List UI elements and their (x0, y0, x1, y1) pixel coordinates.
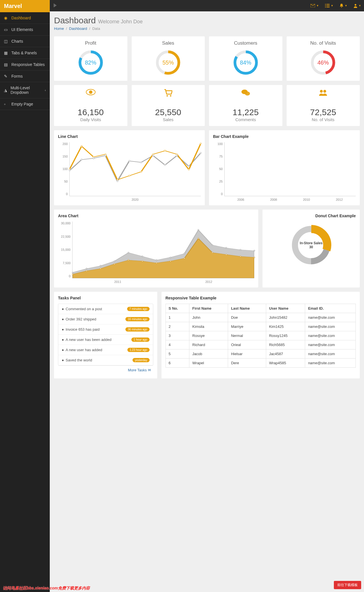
table-row: 5JacobHielsarJac4587name@site.com (166, 349, 355, 359)
gauge-profit: Profit82% (54, 36, 127, 81)
kpi-daily-visits: 16,150Daily Visits (54, 85, 127, 126)
line-chart: 200150100500 2020 (58, 142, 201, 201)
data-table: S No.First NameLast NameUser NameEmail I… (166, 304, 356, 368)
task-text: Order 392 shipped (66, 317, 96, 321)
table-row: 1JohnDoeJohn15482name@site.com (166, 313, 355, 322)
svg-point-14 (245, 92, 250, 96)
task-item[interactable]: ● Saved the worldyesterday (58, 355, 153, 365)
table-row: 6WrapelDereWrap4585name@site.com (166, 359, 355, 368)
table-row: 4RichardOriealRich5685name@site.com (166, 340, 355, 349)
globe-icon: ● (62, 358, 64, 362)
nav-label: Charts (11, 39, 23, 44)
nav-icon: ▫ (4, 102, 9, 106)
table-title: Responsive Table Example (166, 296, 356, 300)
cart-icon (136, 89, 201, 98)
task-badge: 16 minutes ago (125, 317, 149, 321)
nav-icon: ▭ (4, 27, 9, 32)
comment-icon: ● (62, 307, 64, 311)
money-icon: ● (62, 327, 64, 332)
svg-point-16 (323, 90, 326, 93)
crumb-dashboard[interactable]: Dashboard (69, 26, 87, 31)
sidebar-item-ui-elements[interactable]: ▭UI Elements (0, 24, 50, 35)
nav-label: Dashboard (11, 16, 31, 20)
sidebar-item-dashboard[interactable]: ◉Dashboard (0, 12, 50, 24)
task-text: A new user has been added (66, 338, 111, 342)
crumb-home[interactable]: Home (54, 26, 64, 31)
truck-icon: ● (62, 317, 64, 321)
nav-label: Tabs & Panels (11, 51, 37, 55)
table-header: S No. (166, 304, 189, 313)
topbar: ▼ ▼ ▼ ▼ (50, 0, 364, 11)
user-icon[interactable]: ▼ (353, 3, 361, 8)
sidebar-item-multi-level-dropdown[interactable]: ◮Multi-Level Dropdown‹ (0, 82, 50, 98)
svg-point-10 (89, 90, 92, 94)
task-badge: 1.23 hour ago (127, 348, 150, 352)
breadcrumb: Home / Dashboard / Data (54, 26, 360, 31)
nav-label: Forms (11, 74, 23, 78)
gauge-customers: Customers84% (209, 36, 282, 81)
svg-point-15 (320, 90, 323, 93)
nav-icon: ▦ (4, 51, 9, 55)
donut-chart-title: Donut Chart Example (266, 214, 356, 218)
user-icon: ● (62, 348, 64, 352)
comments-icon (213, 89, 278, 98)
nav-label: Empty Page (11, 102, 33, 106)
table-header: Last Name (228, 304, 266, 313)
sidebar-item-charts[interactable]: ◫Charts (0, 36, 50, 47)
task-text: Invoice 653 has paid (66, 327, 100, 332)
mail-icon[interactable]: ▼ (311, 4, 319, 7)
more-tasks-link[interactable]: More Tasks ✉ (58, 366, 153, 374)
task-item[interactable]: ● A new user has been added1 hour ago (58, 335, 153, 345)
task-badge: 7 minutes ago (127, 307, 150, 311)
download-template-button[interactable]: 前往下载模板 (334, 581, 361, 589)
nav-label: Multi-Level Dropdown (11, 86, 42, 95)
page-title: Dashboard Welcome John Doe (54, 16, 360, 25)
nav-icon: ✎ (4, 74, 9, 78)
users-icon (291, 89, 356, 98)
eye-icon (58, 89, 123, 98)
task-item[interactable]: ● A new user has added1.23 hour ago (58, 345, 153, 355)
watermark-text: 访问鸟巢社区bbs.xieniao.com免费下载更多内容 (3, 586, 90, 591)
list-icon[interactable]: ▼ (325, 4, 333, 7)
task-item[interactable]: ● Order 392 shipped16 minutes ago (58, 314, 153, 324)
sidebar-item-empty-page[interactable]: ▫Empty Page (0, 98, 50, 110)
svg-point-11 (167, 95, 168, 97)
user-icon: ● (62, 338, 64, 342)
kpi-no-of-visits: 72,525No. of Visits (287, 85, 360, 126)
task-item[interactable]: ● Commented on a post7 minutes ago (58, 304, 153, 314)
nav-label: UI Elements (11, 27, 33, 32)
table-row: 2KimsilaMarriyeKim1425name@site.com (166, 322, 355, 331)
sidebar-item-forms[interactable]: ✎Forms (0, 71, 50, 82)
kpi-sales: 25,550Sales (132, 85, 205, 126)
task-item[interactable]: ● Invoice 653 has paid36 minutes ago (58, 324, 153, 335)
table-header: User Name (266, 304, 305, 313)
tasks-title: Tasks Panel (58, 296, 153, 300)
task-text: Saved the world (66, 358, 92, 362)
kpi-comments: 11,225Comments (209, 85, 282, 126)
line-chart-title: Line Chart (58, 134, 201, 139)
sidebar-toggle-icon[interactable] (53, 3, 58, 9)
bar-chart: 1007550250 2006200820102012 (213, 142, 356, 201)
sidebar-item-tabs-panels[interactable]: ▦Tabs & Panels (0, 47, 50, 59)
task-text: A new user has added (66, 348, 102, 352)
task-text: Commented on a post (66, 307, 102, 311)
task-badge: 36 minutes ago (125, 327, 149, 332)
area-chart: 30,00022,50015,0007,5000 20112012 (58, 222, 254, 283)
sidebar: Marvel ◉Dashboard▭UI Elements◫Charts▦Tab… (0, 0, 50, 592)
bar-chart-title: Bar Chart Example (213, 134, 356, 139)
sidebar-item-responsive-tables[interactable]: ▤Responsive Tables (0, 59, 50, 70)
nav-icon: ◮ (4, 88, 8, 92)
task-badge: yesterday (133, 358, 149, 362)
nav-label: Responsive Tables (11, 62, 45, 67)
brand-logo[interactable]: Marvel (0, 0, 50, 12)
donut-chart: In-Store Sales30 (290, 224, 332, 266)
nav-icon: ▤ (4, 62, 9, 67)
bell-icon[interactable]: ▼ (340, 3, 347, 8)
svg-point-12 (170, 95, 171, 97)
chevron-left-icon: ‹ (45, 89, 46, 92)
gauge-sales: Sales55% (132, 36, 205, 81)
task-badge: 1 hour ago (131, 338, 150, 342)
gauge-no-of-visits: No. of Visits46% (287, 36, 360, 81)
crumb-current: Data (92, 26, 100, 31)
nav-icon: ◉ (4, 16, 9, 20)
